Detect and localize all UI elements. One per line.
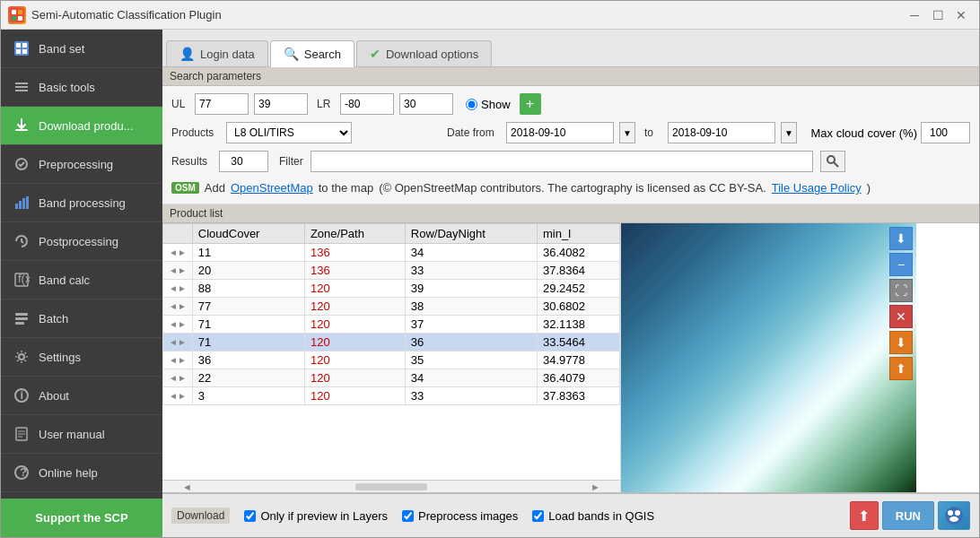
sidebar: Band set Basic tools Download produ... P…	[1, 30, 162, 537]
maximize-button[interactable]: ☐	[927, 6, 949, 24]
table-row[interactable]: ◄► 20 136 33 37.8364	[163, 262, 620, 280]
table-row[interactable]: ◄► 22 120 34 36.4079	[163, 369, 620, 387]
band-set-icon	[12, 39, 31, 58]
sidebar-item-online-help[interactable]: ? Online help	[1, 454, 162, 492]
add-button[interactable]: +	[520, 93, 541, 115]
results-input[interactable]	[219, 151, 268, 172]
lr-input-2[interactable]	[399, 93, 453, 115]
window-controls: ─ ☐ ✕	[904, 6, 972, 24]
tab-search[interactable]: 🔍 Search	[270, 40, 354, 67]
cloud-cover-input[interactable]	[921, 122, 970, 143]
row-min: 30.6802	[538, 298, 620, 316]
tab-bar: 👤 Login data 🔍 Search ✔ Download options	[162, 30, 979, 67]
preview-up-btn[interactable]: ⬆	[889, 357, 913, 380]
sidebar-item-band-set[interactable]: Band set	[1, 30, 162, 68]
row-row: 38	[405, 298, 537, 316]
sidebar-item-batch[interactable]: Batch	[1, 299, 162, 338]
row-cloud: 77	[192, 298, 304, 316]
upload-button[interactable]: ⬆	[850, 501, 879, 530]
table-row[interactable]: ◄► 11 136 34 36.4082	[163, 244, 620, 262]
col-row-daynight: Row/DayNight	[405, 224, 537, 244]
titlebar: Semi-Automatic Classification Plugin ─ ☐…	[1, 1, 979, 30]
preview-download-btn[interactable]: ⬇	[889, 227, 913, 250]
preview-zoom-btn[interactable]: ⛶	[889, 279, 913, 302]
minimize-button[interactable]: ─	[904, 6, 925, 24]
preview-down-btn[interactable]: ⬇	[889, 331, 913, 354]
products-select[interactable]: L8 OLI/TIRS	[226, 122, 352, 143]
check-preprocess-label: Preprocess images	[418, 509, 518, 523]
product-list-header: Product list	[162, 204, 979, 223]
table-row[interactable]: ◄► 88 120 39 29.2452	[163, 280, 620, 298]
lr-label: LR	[317, 98, 335, 110]
sidebar-item-user-manual[interactable]: User manual	[1, 415, 162, 454]
row-icon-cell: ◄►	[163, 369, 193, 387]
table-row[interactable]: ◄► 36 120 35 34.9778	[163, 351, 620, 369]
tile-usage-link[interactable]: Tile Usage Policy	[772, 181, 862, 195]
ul-input-1[interactable]	[195, 93, 249, 115]
osm-link[interactable]: OpenStreetMap	[231, 181, 313, 195]
date-to-input[interactable]	[668, 122, 775, 143]
run-icon-button[interactable]	[938, 501, 970, 530]
params-row-2: Products L8 OLI/TIRS Date from ▼ to ▼ Ma…	[171, 122, 970, 143]
ul-input-2[interactable]	[254, 93, 308, 115]
row-row: 39	[405, 280, 537, 298]
sidebar-item-band-processing[interactable]: Band processing	[1, 184, 162, 222]
svg-rect-15	[19, 201, 22, 209]
basic-tools-icon	[12, 77, 31, 97]
tab-download-options[interactable]: ✔ Download options	[356, 40, 492, 66]
osm-add-text: Add	[205, 181, 225, 195]
run-button[interactable]: RUN	[882, 501, 934, 530]
row-icon-cell: ◄►	[163, 298, 193, 316]
sidebar-item-band-calc[interactable]: f(x) Band calc	[1, 261, 162, 299]
date-to-dropdown[interactable]: ▼	[781, 122, 797, 143]
sidebar-item-basic-tools[interactable]: Basic tools	[1, 68, 162, 107]
row-min: 33.5464	[538, 334, 620, 351]
sidebar-item-settings[interactable]: Settings	[1, 338, 162, 377]
date-from-input[interactable]	[506, 122, 614, 143]
sidebar-item-preprocessing[interactable]: Preprocessing	[1, 145, 162, 184]
sidebar-item-download[interactable]: Download produ...	[1, 107, 162, 145]
postprocessing-icon	[12, 231, 31, 251]
row-icon-cell: ◄►	[163, 351, 193, 369]
sidebar-band-calc-label: Band calc	[39, 273, 90, 287]
tab-login-data[interactable]: 👤 Login data	[166, 40, 268, 66]
lr-input-1[interactable]	[340, 93, 394, 115]
osm-suffix: to the map	[319, 181, 373, 195]
check-load-bands-label: Load bands in QGIS	[548, 509, 654, 523]
support-button[interactable]: Support the SCP	[1, 499, 162, 537]
check-preprocess: Preprocess images	[402, 509, 518, 523]
svg-rect-11	[15, 86, 28, 88]
show-radio[interactable]	[466, 99, 477, 110]
row-cloud: 11	[192, 244, 304, 262]
table-row[interactable]: ◄► 77 120 38 30.6802	[163, 298, 620, 316]
table-scroll[interactable]: CloudCover Zone/Path Row/DayNight min_l …	[162, 223, 620, 480]
close-button[interactable]: ✕	[950, 6, 972, 24]
row-row: 35	[405, 351, 537, 369]
cloud-cover-group: Max cloud cover (%)	[811, 122, 970, 143]
find-button[interactable]	[820, 151, 845, 172]
row-icon-cell: ◄►	[163, 334, 193, 351]
check-preprocess-input[interactable]	[402, 510, 414, 522]
sidebar-postprocessing-label: Postprocessing	[39, 235, 118, 248]
product-table-body: ◄► 11 136 34 36.4082 ◄► 20 136 33 37.836…	[163, 244, 620, 405]
check-preview-layers-input[interactable]	[244, 510, 256, 522]
table-row[interactable]: ◄► 71 120 37 32.1138	[163, 316, 620, 334]
row-row: 33	[405, 387, 537, 405]
row-cloud: 88	[192, 280, 304, 298]
tab-search-label: Search	[304, 48, 341, 61]
table-row[interactable]: ◄► 3 120 33 37.8363	[163, 387, 620, 405]
h-scrollbar[interactable]	[355, 483, 427, 490]
table-row[interactable]: ◄► 71 120 36 33.5464	[163, 334, 620, 351]
date-from-dropdown[interactable]: ▼	[619, 122, 635, 143]
sidebar-item-about[interactable]: i About	[1, 377, 162, 415]
preview-close-btn[interactable]: ✕	[889, 305, 913, 328]
login-icon: 👤	[179, 47, 195, 61]
tab-login-label: Login data	[200, 48, 255, 61]
preview-remove-btn[interactable]: −	[889, 253, 913, 276]
row-min: 37.8364	[538, 262, 620, 280]
filter-input[interactable]	[311, 151, 813, 172]
svg-rect-9	[22, 49, 27, 54]
check-load-bands-input[interactable]	[532, 510, 544, 522]
sidebar-item-postprocessing[interactable]: Postprocessing	[1, 222, 162, 261]
horizontal-scroll[interactable]: ◄ ►	[162, 480, 620, 492]
